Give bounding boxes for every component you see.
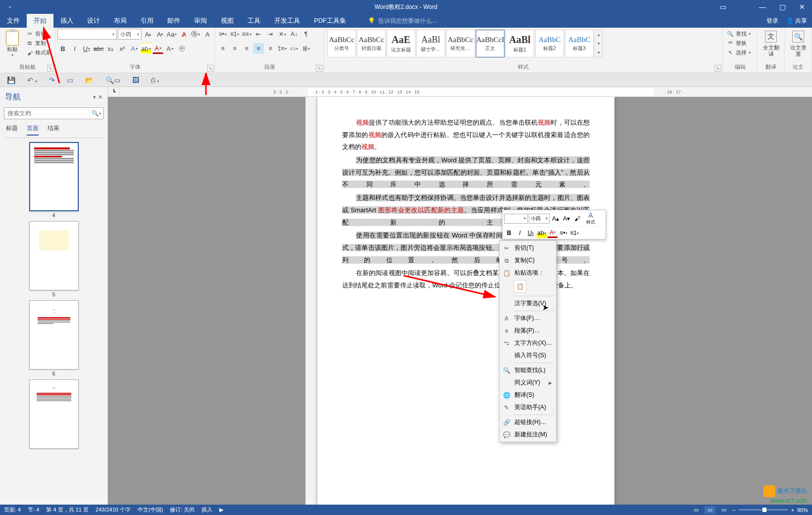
char-shading-button[interactable]: A (164, 43, 175, 54)
font-color-button[interactable]: A (152, 43, 163, 54)
qat-new-button[interactable]: ▭ (67, 76, 73, 84)
superscript-button[interactable]: x² (117, 43, 128, 54)
zoom-slider[interactable] (739, 509, 788, 511)
char-border-button[interactable]: A (202, 29, 213, 40)
style-item-8[interactable]: AaBbC标题3 (565, 30, 594, 57)
zoom-out-button[interactable]: − (732, 507, 735, 513)
cm-english-assistant[interactable]: ✎英语助手(A) (500, 401, 556, 414)
clear-format-button[interactable]: A̷ (178, 29, 189, 40)
minimize-button[interactable]: — (753, 0, 772, 14)
print-layout-button[interactable]: ▭ (705, 506, 715, 514)
status-language[interactable]: 中文(中国) (138, 506, 163, 514)
tab-pdf[interactable]: PDF工具集 (307, 14, 353, 28)
cm-translate[interactable]: 🌐翻译(S) (500, 389, 556, 401)
mini-font-color[interactable]: A▾ (548, 228, 558, 238)
nav-close-icon[interactable]: ✕ (98, 94, 102, 100)
nav-search[interactable]: 🔍▾ (4, 107, 103, 119)
style-item-7[interactable]: AaBbC标题2 (535, 30, 564, 57)
status-track-changes[interactable]: 修订: 关闭 (170, 506, 195, 514)
zoom-in-button[interactable]: + (791, 507, 794, 513)
cm-ime-reconvert[interactable]: 汉字重选(V) (500, 297, 556, 310)
cm-synonyms[interactable]: 同义词(Y)▶ (500, 376, 556, 389)
multilevel-button[interactable]: ≡≡ (241, 29, 252, 40)
tab-tools[interactable]: 工具 (241, 14, 267, 28)
doc-paragraph[interactable]: 为使您的文档具有专业外观，Word 提供了页眉、页脚、封面和文本框设计，这些设计… (342, 154, 590, 191)
mini-format-painter[interactable]: 🖌 (572, 214, 582, 224)
qat-open-button[interactable]: 📂 (85, 76, 94, 84)
line-spacing-button[interactable]: ‡≡ (277, 43, 288, 54)
style-item-3[interactable]: AaBl硕士学… (416, 30, 445, 57)
highlight-button[interactable]: ab (141, 43, 152, 54)
thumbnail-5[interactable]: 5 (29, 221, 79, 297)
borders-button[interactable]: ⊞ (301, 43, 311, 54)
document-page[interactable]: 视频提供了功能强大的方法帮助您证明您的观点。当您单击联机视频时，可以在想要添加的… (317, 97, 614, 505)
mini-numbering[interactable]: ≡1▾ (569, 228, 579, 238)
close-button[interactable]: ✕ (792, 0, 812, 14)
mini-italic[interactable]: I (515, 228, 525, 238)
paste-button[interactable]: 粘贴 ▾ (2, 29, 23, 57)
cm-text-direction[interactable]: ⥃文字方向(X)… (500, 337, 556, 349)
justify-button[interactable]: ≡ (253, 43, 264, 54)
shading-button[interactable]: ▭ (289, 43, 300, 54)
ruler-corner[interactable]: ┗ (108, 87, 120, 97)
mini-shrink-font[interactable]: A▾ (561, 214, 571, 224)
decrease-indent-button[interactable]: ⇤ (253, 29, 264, 40)
underline-button[interactable]: U (81, 43, 92, 54)
vertical-ruler[interactable] (305, 97, 317, 505)
tab-file[interactable]: 文件 (0, 14, 27, 28)
paper-check-button[interactable]: 🔍 论文查重 (787, 29, 810, 59)
increase-indent-button[interactable]: ⇥ (265, 29, 276, 40)
status-insert-mode[interactable]: 插入 (202, 506, 212, 514)
mini-font-size[interactable]: 小四▾ (529, 214, 550, 224)
read-mode-button[interactable]: ▭ (691, 506, 702, 514)
styles-launcher[interactable]: ⤡ (714, 65, 721, 72)
mini-bullets[interactable]: ≡•▾ (558, 228, 568, 238)
nav-tab-pages[interactable]: 页面 (27, 124, 39, 136)
bold-button[interactable]: B (57, 43, 68, 54)
login-link[interactable]: 登录 (766, 17, 778, 25)
font-launcher[interactable]: ⤡ (207, 65, 214, 72)
undo-button[interactable]: ↶ ▾ (27, 76, 37, 84)
bullets-button[interactable]: ≡• (217, 29, 228, 40)
format-painter-button[interactable]: 🖌格式刷 (25, 48, 53, 57)
paragraph-launcher[interactable]: ⤡ (316, 65, 323, 72)
mini-bold[interactable]: B (504, 228, 514, 238)
text-effects-button[interactable]: A (129, 43, 140, 54)
tab-design[interactable]: 设计 (80, 14, 107, 28)
cm-cut[interactable]: ✂剪切(T) (500, 242, 556, 254)
style-item-5[interactable]: AaBbCcI正文 (476, 30, 505, 57)
mini-highlight[interactable]: ab▾ (537, 228, 547, 238)
thumbnail-6[interactable]: ━━ ━ 6 (29, 300, 79, 376)
nav-dropdown-icon[interactable]: ▾ (93, 94, 96, 100)
qat-print-preview-button[interactable]: 🔍▭ (105, 76, 120, 84)
paste-option-keep-source[interactable]: 📋 (513, 280, 526, 293)
search-icon[interactable]: 🔍▾ (89, 108, 103, 119)
mini-styles-button[interactable]: A样式 (583, 211, 598, 226)
subscript-button[interactable]: x₂ (105, 43, 116, 54)
expand-gallery-icon[interactable]: ▾ (595, 48, 602, 57)
mini-underline[interactable]: U▾ (526, 228, 536, 238)
nav-tab-headings[interactable]: 标题 (6, 124, 18, 136)
grow-font-button[interactable]: A▴ (143, 29, 153, 40)
status-word-count[interactable]: 243/2410 个字 (96, 506, 131, 514)
sort-button[interactable]: A↓ (289, 29, 300, 40)
style-item-0[interactable]: AaBbCc分类号 (327, 30, 356, 57)
redo-button[interactable]: ↷ (49, 76, 55, 84)
tab-view[interactable]: 视图 (214, 14, 241, 28)
font-name-combobox[interactable]: ▾ (57, 29, 117, 40)
status-macro-icon[interactable]: ▶ (219, 507, 223, 513)
styles-gallery[interactable]: AaBbCc分类号 AaBbCc封面日期 AaE论文标题 AaBl硕士学… Aa… (326, 29, 604, 58)
style-item-6[interactable]: AaBl标题1 (506, 30, 534, 57)
select-button[interactable]: ↖选择▾ (725, 48, 753, 57)
replace-button[interactable]: ᵃᵇ替换 (725, 39, 753, 47)
tab-home[interactable]: 开始 (27, 14, 53, 28)
nav-tab-results[interactable]: 结果 (48, 124, 59, 136)
qat-insert-pic-button[interactable]: 🖼 (132, 76, 139, 84)
thumbnail-7[interactable]: ━━━ (29, 379, 79, 449)
cm-insert-symbol[interactable]: 插入符号(S) (500, 349, 556, 362)
full-translate-button[interactable]: 文 全文翻译 (760, 29, 782, 59)
tab-references[interactable]: 引用 (134, 14, 160, 28)
maximize-button[interactable]: ▢ (772, 0, 792, 14)
align-right-button[interactable]: ≡ (241, 43, 252, 54)
clipboard-launcher[interactable]: ⤡ (47, 65, 54, 72)
